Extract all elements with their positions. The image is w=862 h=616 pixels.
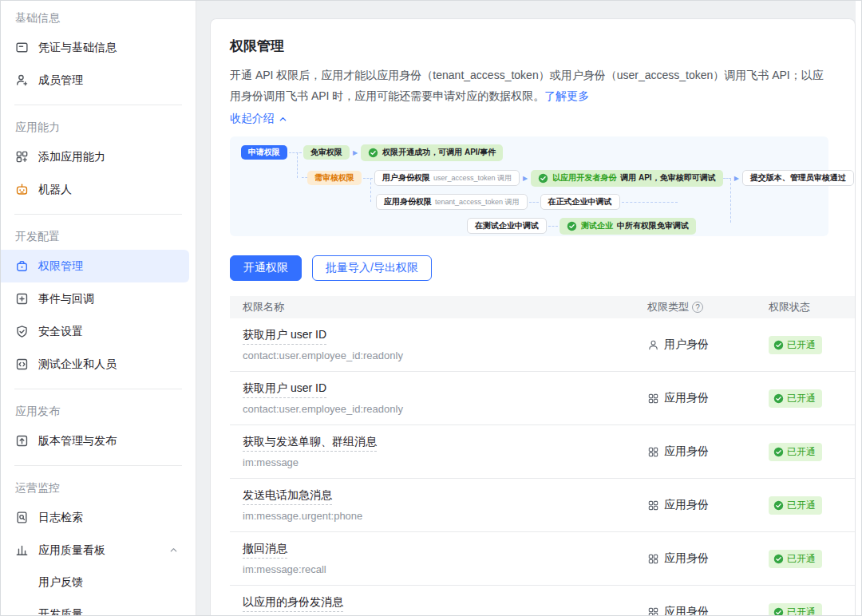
log-search-icon xyxy=(15,511,29,524)
flow-arrow-icon: ▶ xyxy=(734,175,739,182)
app-identity-icon xyxy=(647,500,659,511)
flow-node-highlight: 以应用开发者身份 xyxy=(552,174,616,182)
flow-node-token: user_access_token 调用 xyxy=(433,175,512,182)
permission-type-cell: 应用身份 xyxy=(647,444,769,459)
section-header-capability: 应用能力 xyxy=(1,113,196,140)
status-label: 已开通 xyxy=(787,606,816,616)
column-header-name: 权限名称 xyxy=(243,300,647,314)
flow-arrow-icon: ▶ xyxy=(523,175,528,182)
permission-type: 用户身份 xyxy=(664,338,709,352)
permission-code: im:message xyxy=(243,456,647,468)
scrollbar-track[interactable] xyxy=(856,1,861,615)
table-row[interactable]: 以应用的身份发消息 im:message:send_as_bot 应用身份 已开… xyxy=(230,586,855,615)
sidebar-item-label: 安全设置 xyxy=(38,325,83,339)
status-badge: 已开通 xyxy=(769,443,822,461)
sidebar-item-members[interactable]: 成员管理 xyxy=(1,64,189,97)
sidebar-subitem-dev-quality[interactable]: 开发质量 xyxy=(1,598,196,615)
permission-name-cell: 以应用的身份发消息 im:message:send_as_bot xyxy=(243,595,647,615)
sidebar-item-label: 版本管理与发布 xyxy=(38,434,117,448)
publish-icon xyxy=(15,434,29,448)
sidebar-item-credentials[interactable]: 凭证与基础信息 xyxy=(1,31,189,64)
sidebar-item-quality-dashboard[interactable]: 应用质量看板 xyxy=(1,534,189,567)
status-badge: 已开通 xyxy=(769,496,822,515)
code-icon xyxy=(15,357,29,371)
sidebar-item-add-capability[interactable]: 添加应用能力 xyxy=(1,140,189,173)
sidebar-subitem-label: 用户反馈 xyxy=(38,575,83,590)
table-row[interactable]: 获取与发送单聊、群组消息 im:message 应用身份 已开通 xyxy=(230,425,855,479)
flow-arrow-icon: ▶ xyxy=(353,149,358,156)
permission-name-cell: 发送电话加急消息 im:message.urgent:phone xyxy=(243,488,647,522)
permission-type-cell: 应用身份 xyxy=(647,605,769,615)
permission-type-cell: 应用身份 xyxy=(647,498,769,512)
status-badge: 已开通 xyxy=(769,336,822,354)
grid-plus-icon xyxy=(15,150,29,164)
permission-name[interactable]: 发送电话加急消息 xyxy=(243,488,332,505)
check-circle-icon xyxy=(567,221,577,231)
flow-connector xyxy=(302,177,307,178)
collapse-intro-link[interactable]: 收起介绍 xyxy=(230,112,287,126)
sidebar-item-bot[interactable]: 机器人 xyxy=(1,173,189,206)
flow-node-free: 免审权限 xyxy=(303,145,350,160)
check-circle-icon xyxy=(773,607,784,616)
chevron-up-icon[interactable] xyxy=(169,546,178,555)
permission-type: 应用身份 xyxy=(664,605,709,615)
sidebar-item-label: 事件与回调 xyxy=(38,292,94,306)
help-icon[interactable]: ? xyxy=(692,302,703,313)
status-label: 已开通 xyxy=(787,445,816,459)
sidebar-item-permission[interactable]: 权限管理 xyxy=(1,250,189,282)
sidebar-item-events[interactable]: 事件与回调 xyxy=(1,282,189,315)
table-row[interactable]: 获取用户 user ID contact:user.employee_id:re… xyxy=(230,372,855,425)
sidebar-item-log-search[interactable]: 日志检索 xyxy=(1,501,189,534)
permission-type: 应用身份 xyxy=(664,551,709,566)
flow-node-token: tenant_access_token 调用 xyxy=(435,199,520,206)
permission-name-cell: 获取用户 user ID contact:user.employee_id:re… xyxy=(243,328,647,361)
permission-name[interactable]: 撤回消息 xyxy=(243,542,287,559)
table-row[interactable]: 撤回消息 im:message:recall 应用身份 已开通 xyxy=(230,532,855,586)
permission-name-cell: 撤回消息 im:message:recall xyxy=(243,542,647,575)
permission-name[interactable]: 以应用的身份发消息 xyxy=(243,595,343,612)
sidebar-divider xyxy=(14,465,182,466)
permission-name[interactable]: 获取用户 user ID xyxy=(243,381,326,398)
section-header-dev-config: 开发配置 xyxy=(1,223,196,250)
flow-node-label: 应用身份权限 xyxy=(384,198,432,206)
sidebar-item-test-enterprise[interactable]: 测试企业和人员 xyxy=(1,348,189,381)
content-card: 权限管理 开通 API 权限后，应用才能以应用身份（tenant_access_… xyxy=(210,18,856,615)
flow-junction xyxy=(723,178,731,179)
table-row[interactable]: 发送电话加急消息 im:message.urgent:phone 应用身份 已开… xyxy=(230,479,855,532)
sidebar-item-version-release[interactable]: 版本管理与发布 xyxy=(1,424,189,457)
app-identity-icon xyxy=(647,606,659,616)
permission-name[interactable]: 获取用户 user ID xyxy=(243,328,326,345)
flow-node-review: 需审核权限 xyxy=(307,171,362,185)
chevron-up-icon xyxy=(279,115,287,124)
permission-name[interactable]: 获取与发送单聊、群组消息 xyxy=(243,435,377,452)
flow-node-formal-debug: 在正式企业中调试 xyxy=(540,194,620,210)
flow-node-highlight: 测试企业 xyxy=(581,222,613,230)
app-identity-icon xyxy=(647,553,659,565)
status-label: 已开通 xyxy=(787,552,816,566)
user-identity-icon xyxy=(647,339,659,351)
sidebar-subitem-user-feedback[interactable]: 用户反馈 xyxy=(1,567,196,598)
event-callback-icon xyxy=(15,292,29,306)
sidebar-divider xyxy=(14,105,182,105)
page-description: 开通 API 权限后，应用才能以应用身份（tenant_access_token… xyxy=(230,65,833,106)
flow-node-label: 调用 API，免审核即可调试 xyxy=(620,174,715,182)
flow-node-label: 用户身份权限 xyxy=(382,174,430,182)
table-row[interactable]: 获取用户 user ID contact:user.employee_id:re… xyxy=(230,318,855,372)
permission-name-cell: 获取与发送单聊、群组消息 im:message xyxy=(243,435,647,468)
learn-more-link[interactable]: 了解更多 xyxy=(544,89,589,102)
batch-import-export-button[interactable]: 批量导入/导出权限 xyxy=(312,255,432,281)
status-label: 已开通 xyxy=(787,338,816,352)
collapse-intro-label: 收起介绍 xyxy=(230,112,275,126)
open-permission-button[interactable]: 开通权限 xyxy=(230,255,302,281)
shield-check-icon xyxy=(15,325,29,338)
sidebar-divider xyxy=(14,389,182,389)
page-title: 权限管理 xyxy=(230,37,855,55)
sidebar-divider xyxy=(14,214,182,215)
permission-code: contact:user.employee_id:readonly xyxy=(243,403,647,415)
flow-node-submit: 提交版本、管理员审核通过 xyxy=(742,170,854,186)
sidebar-item-label: 添加应用能力 xyxy=(38,150,105,164)
bar-chart-icon xyxy=(15,543,29,557)
sidebar-subitem-label: 开发质量 xyxy=(38,607,83,615)
permission-lock-icon xyxy=(15,259,29,273)
sidebar-item-security[interactable]: 安全设置 xyxy=(1,315,189,348)
